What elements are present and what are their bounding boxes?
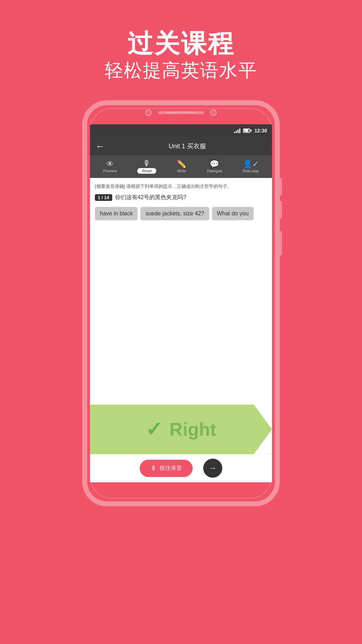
tab-write-label: Write <box>177 169 186 173</box>
tab-bar: 👁 Preview 🎙 Read ✏️ Write 💬 Dialogue 👤✓ … <box>90 155 272 178</box>
result-label: Right <box>169 419 216 440</box>
tab-read[interactable]: 🎙 Read <box>137 160 156 174</box>
next-arrow-icon: → <box>209 464 217 473</box>
speaker-bar <box>158 111 204 114</box>
record-label: 按住录音 <box>159 465 182 472</box>
check-icon: ✓ <box>146 418 162 441</box>
read-icon: 🎙 <box>143 160 151 167</box>
tab-roleplay-label: Role-play <box>243 169 259 173</box>
tab-dialogue[interactable]: 💬 Dialogue <box>207 160 222 173</box>
instruction-text: [侧重发音准确] 请根据下列单词的提示，正确读出刚才所学的句子。 <box>95 183 267 190</box>
content-area: [侧重发音准确] 请根据下列单词的提示，正确读出刚才所学的句子。 1 / 14 … <box>90 178 272 454</box>
battery-icon <box>243 129 252 133</box>
question-text: 你们这有42号的黑色夹克吗? <box>115 194 187 201</box>
status-bar: 12:30 <box>90 124 272 137</box>
question-row: 1 / 14 你们这有42号的黑色夹克吗? <box>95 194 267 201</box>
preview-icon: 👁 <box>106 160 114 168</box>
tab-read-label: Read <box>137 168 156 174</box>
progress-badge: 1 / 14 <box>95 194 112 201</box>
status-time: 12:30 <box>254 128 267 133</box>
header-line2: 轻松提高英语水平 <box>105 59 257 83</box>
volume-up-button[interactable] <box>280 178 282 196</box>
phone-screen: 12:30 ← Unit 1 买衣服 👁 Preview 🎙 Read ✏️ W… <box>90 124 272 482</box>
header-section: 过关课程 轻松提高英语水平 <box>105 28 257 83</box>
tab-preview-label: Preview <box>103 169 117 173</box>
roleplay-icon: 👤✓ <box>243 160 259 168</box>
power-button[interactable] <box>280 231 282 256</box>
bottom-bar: 🎙 按住录音 → <box>90 454 272 482</box>
camera-dot-right <box>210 109 217 116</box>
record-button[interactable]: 🎙 按住录音 <box>140 460 193 477</box>
tab-roleplay[interactable]: 👤✓ Role-play <box>243 160 259 173</box>
header-line1: 过关课程 <box>105 28 257 59</box>
tab-preview[interactable]: 👁 Preview <box>103 160 117 173</box>
nav-title: Unit 1 买衣服 <box>108 142 266 150</box>
word-chips-container: have in black suede jackets, size 42? Wh… <box>95 207 267 220</box>
tab-dialogue-label: Dialogue <box>207 169 222 173</box>
word-chip-1[interactable]: suede jackets, size 42? <box>140 207 209 220</box>
word-chip-0[interactable]: have in black <box>95 207 138 220</box>
signal-icon <box>234 128 240 133</box>
phone-device: 12:30 ← Unit 1 买衣服 👁 Preview 🎙 Read ✏️ W… <box>82 100 280 506</box>
tab-write[interactable]: ✏️ Write <box>177 160 186 173</box>
next-button[interactable]: → <box>203 459 222 478</box>
nav-bar: ← Unit 1 买衣服 <box>90 137 272 155</box>
write-icon: ✏️ <box>177 160 186 168</box>
volume-down-button[interactable] <box>280 201 282 219</box>
camera-dot-left <box>145 109 152 116</box>
phone-top-notch <box>135 109 227 116</box>
dialogue-icon: 💬 <box>210 160 219 168</box>
mic-icon: 🎙 <box>150 465 157 472</box>
back-button[interactable]: ← <box>96 142 105 151</box>
result-banner: ✓ Right <box>90 405 272 454</box>
word-chip-2[interactable]: What do you <box>212 207 254 220</box>
